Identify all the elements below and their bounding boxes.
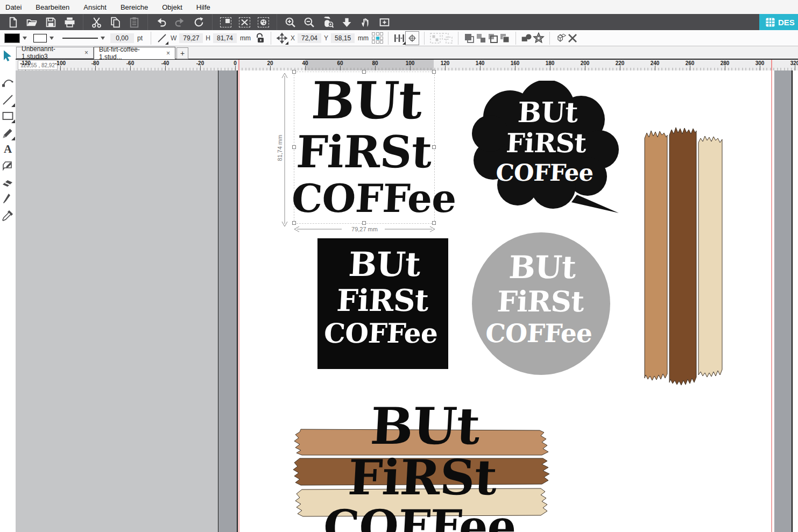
ruler-ticks [0,60,798,70]
x-field[interactable]: 72,04 [298,33,321,43]
holding-area[interactable] [16,70,218,532]
delete-icon[interactable] [567,32,578,44]
design-but-first-coffee-selected[interactable]: BUt FiRSt COFFee [294,72,435,224]
height-dimension-line [272,70,296,232]
knife-tool[interactable] [2,193,14,205]
line-color-dropdown-icon[interactable] [50,37,54,40]
zoom-out-icon[interactable] [303,17,315,28]
stroke-width-field[interactable]: 0,00 [110,33,134,43]
point-edit-tool[interactable] [2,76,14,89]
fill-color-dropdown-icon[interactable] [23,37,27,40]
ruler-label: -100 [55,60,66,66]
properties-toolbar: 0,00 pt W 79,27 H 81,74 mm X 72,04 Y 58,… [0,30,798,46]
eraser-tool[interactable] [2,176,14,189]
design-black-square[interactable]: BUt FiRSt COFFee [317,238,448,369]
plank-cream [698,136,722,377]
tab-but-first-coffee[interactable]: But-firt-coffee-1.stud... × [94,47,175,59]
weld-icon[interactable] [521,32,533,44]
new-document-icon[interactable] [8,17,19,28]
zoom-to-fit-arrow-icon[interactable] [341,17,352,28]
menu-datei[interactable]: Datei [5,3,22,11]
send-to-back-icon[interactable] [499,32,511,44]
mouse-zoom-icon[interactable] [322,17,334,28]
design-gray-circle[interactable]: BUt FiRSt COFFee [472,232,610,375]
menu-hilfe[interactable]: Hilfe [196,3,210,11]
file-group [0,14,83,30]
selection-handle[interactable] [432,70,436,74]
ruler-label: 240 [651,60,660,66]
open-file-icon[interactable] [26,17,38,28]
select-tool[interactable] [2,49,14,62]
bring-forward-icon[interactable] [463,32,475,44]
eyedropper-tool[interactable] [2,210,14,222]
tab-close-icon[interactable]: × [84,49,88,56]
ruler-label: 220 [616,60,625,66]
page-margin-strip-left [218,70,238,532]
y-label: Y [324,34,328,42]
ruler-cut-margin-right [771,60,772,70]
menu-ansicht[interactable]: Ansicht [83,3,107,11]
3d-extrude-icon[interactable] [555,32,567,44]
anchor-point-grid[interactable] [372,32,383,44]
menu-objekt[interactable]: Objekt [162,3,182,11]
undo-icon[interactable] [156,17,167,28]
height-dimension-label: 81,74 mm [277,132,283,164]
undo-group [148,14,213,30]
ruler-label: 200 [581,60,590,66]
y-field[interactable]: 58,15 [331,33,355,43]
zoom-in-icon[interactable] [285,17,296,28]
ruler-label: 140 [476,60,485,66]
fit-to-window-icon[interactable] [379,17,390,28]
lock-aspect-icon[interactable] [254,32,266,44]
redo-icon[interactable] [174,17,186,28]
pan-icon[interactable] [360,17,371,28]
select-by-color-icon[interactable] [258,17,269,27]
tab-unbenannt[interactable]: Unbenannt-1.studio3 × [16,47,94,59]
selection-handle[interactable] [432,145,436,149]
design-speech-bubble[interactable]: BUt FiRSt COFFee [471,81,621,215]
design-panel-button[interactable]: DES [759,14,798,30]
cut-icon[interactable] [91,17,102,28]
text-tool[interactable]: A [2,143,14,155]
paste-icon[interactable] [129,17,140,28]
scale-icon[interactable] [156,32,168,44]
tab-close-icon[interactable]: × [166,49,170,57]
pos-unit-label: mm [358,34,369,42]
offset-star-icon[interactable] [533,32,545,44]
ruler-cut-margin-left [238,60,239,70]
move-icon[interactable] [276,32,288,44]
save-icon[interactable] [45,17,57,28]
ruler-label: 180 [546,60,555,66]
line-tool[interactable] [2,94,14,106]
design-vertical-planks[interactable] [640,126,725,387]
line-color-swatch[interactable] [33,34,47,42]
spacing-icon[interactable] [393,32,405,44]
rectangle-tool[interactable] [2,110,14,122]
selection-handle[interactable] [362,70,366,74]
deselect-icon[interactable] [239,17,250,27]
center-to-page-button[interactable] [405,31,419,45]
ruler-label: -80 [91,60,99,66]
line-style-preview[interactable] [62,38,98,39]
width-field[interactable]: 79,27 [179,33,203,43]
menu-bereiche[interactable]: Bereiche [121,3,148,11]
pencil-tool[interactable] [2,127,14,139]
new-tab-button[interactable]: + [176,47,188,59]
group-icon[interactable] [429,32,441,44]
design-horizontal-planks[interactable]: BUt FiRSt COFFee [292,400,553,532]
bring-to-front-icon[interactable] [487,32,499,44]
copy-icon[interactable] [110,17,121,28]
select-all-icon[interactable] [220,17,231,27]
height-field[interactable]: 81,74 [213,33,237,43]
design-text: BUt FiRSt COFFee [295,400,550,532]
line-style-dropdown-icon[interactable] [101,37,105,40]
send-backward-icon[interactable] [475,32,487,44]
print-icon[interactable] [64,17,75,28]
ungroup-icon[interactable] [441,32,453,44]
menu-bearbeiten[interactable]: Bearbeiten [36,3,69,11]
sketch-tool[interactable] [2,159,14,172]
width-dimension-label: 79,27 mm [328,226,401,232]
fill-color-swatch[interactable] [4,33,20,43]
replay-icon[interactable] [193,17,204,28]
width-label: W [171,34,176,42]
